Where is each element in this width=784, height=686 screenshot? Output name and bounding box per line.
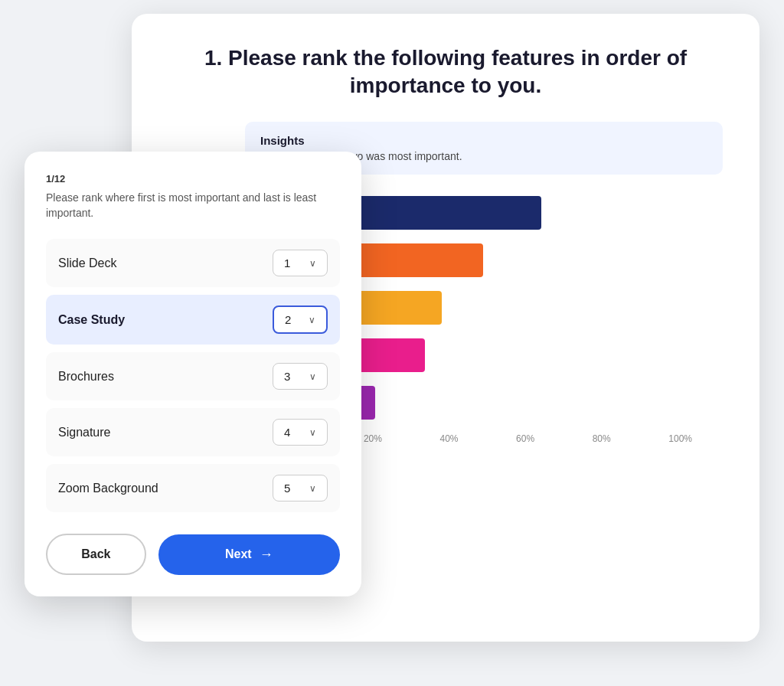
next-label: Next [225,547,252,561]
chart-x-tick: 80% [593,433,611,444]
ranking-select-1[interactable]: 1∨ [273,250,328,276]
chart-x-tick: 20% [364,433,382,444]
ranking-value: 4 [284,426,290,439]
ranking-item-label: Case Study [58,313,125,327]
ranking-row: Zoom Background5∨ [46,464,340,512]
ranking-select-4[interactable]: 4∨ [273,419,328,446]
ranking-item-label: Signature [58,426,111,439]
ranking-item-label: Slide Deck [58,256,116,270]
ranking-row: Case Study2∨ [46,295,340,345]
chevron-down-icon: ∨ [309,427,316,438]
ranking-value: 5 [284,482,290,495]
ranking-item-label: Zoom Background [58,482,158,495]
ranking-item-label: Brochures [58,370,114,384]
back-button[interactable]: Back [46,534,146,575]
chevron-down-icon: ∨ [309,483,316,494]
ranking-row: Signature4∨ [46,408,340,456]
instruction-text: Please rank where first is most importan… [46,191,340,220]
chevron-down-icon: ∨ [309,258,316,269]
chart-x-tick: 40% [440,433,459,444]
ranking-select-2[interactable]: 2∨ [273,305,328,334]
ranking-select-5[interactable]: 5∨ [273,475,328,501]
ranking-value: 3 [284,370,290,383]
chart-x-tick: 100% [668,433,692,444]
action-row: Back Next → [46,534,340,575]
next-button[interactable]: Next → [158,534,340,575]
ranking-value: 2 [285,313,291,326]
ranking-list: Slide Deck1∨Case Study2∨Brochures3∨Signa… [46,239,340,512]
chart-x-tick: 60% [516,433,534,444]
survey-form-card: 1/12 Please rank where first is most imp… [24,152,361,596]
ranking-row: Slide Deck1∨ [46,239,340,287]
ranking-select-3[interactable]: 3∨ [273,363,328,390]
chevron-down-icon: ∨ [309,315,315,325]
question-title: 1. Please rank the following features in… [168,44,723,100]
scene: 1. Please rank the following features in… [24,14,760,672]
progress-indicator: 1/12 [46,173,340,185]
chevron-down-icon: ∨ [309,371,316,382]
ranking-value: 1 [284,256,290,270]
insights-title: Insights [260,134,707,147]
next-arrow-icon: → [260,547,273,563]
ranking-row: Brochures3∨ [46,352,340,400]
